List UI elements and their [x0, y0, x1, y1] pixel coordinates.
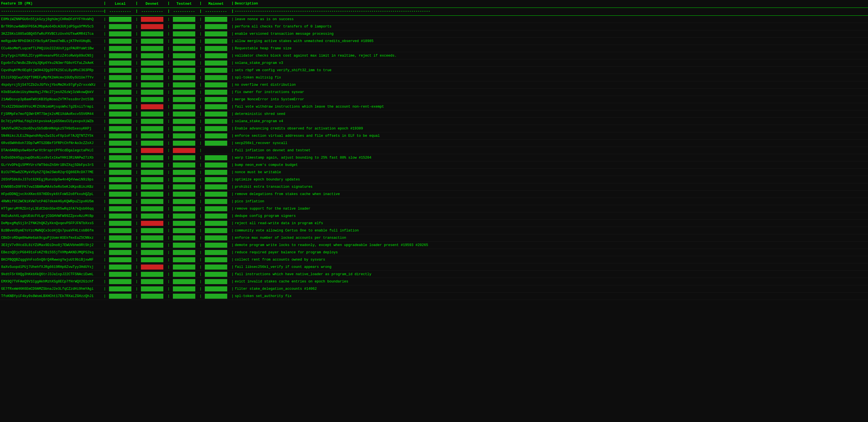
mainnet-col: [200, 191, 231, 197]
feature-id-cell: FjSRMpFe7mofQ3WrEMT7Smjk2sME1XdAoRxcv55V…: [0, 112, 104, 117]
mainnet-col: [200, 177, 231, 183]
feature-id-cell: EVW9B5xD9FFK7vw1SBARwMA4s5eRo5eKJdKpsBik…: [0, 184, 104, 189]
testnet-col: [169, 293, 199, 299]
mainnet-col: [200, 133, 231, 139]
description-cell: community vote allowing Certus One to en…: [232, 228, 868, 233]
status-cell-green: [173, 46, 195, 51]
status-cell-green: [109, 119, 131, 124]
local-col: [105, 199, 135, 205]
table-row: GE7fRxmW46K6EmCD9AMZSbnaJ2e3LfqCZzdHi9hm…: [0, 285, 868, 293]
testnet-col: [169, 147, 199, 154]
devnet-col: [137, 191, 167, 197]
status-cell-green: [109, 294, 131, 299]
divider-devnet: ----------: [137, 9, 167, 14]
devnet-col: [137, 249, 167, 255]
local-col: [105, 89, 135, 95]
testnet-col: [169, 278, 199, 285]
status-cell-green: [109, 250, 131, 255]
divider-mainnet: ----------: [200, 9, 231, 14]
status-cell-green: [109, 141, 131, 146]
feature-id-cell: E8MkiWZNNPGU6n55jkGzyj8ghUmjCHRmDFdYYFYH…: [0, 17, 104, 22]
testnet-col: [169, 96, 199, 102]
local-col: [105, 177, 135, 183]
table-row: 4kpdyrcj5jS47CZb2oJGfVxjYbsMm2Kx97gFyZrx…: [0, 81, 868, 89]
local-col: [105, 24, 135, 30]
feature-id-cell: TfoKNBYyiF4ky9s8WsmLBXHCht17Ek7RXaLZGHzz…: [0, 294, 104, 299]
description-cell: leave nonce as is on success: [232, 17, 868, 22]
status-cell-green: [109, 235, 131, 240]
testnet-col: [169, 60, 199, 66]
testnet-col: [169, 82, 199, 88]
status-cell-green: [141, 126, 163, 131]
feature-id-cell: BzBBveUDymEYoYzcMWNQCx3cd4jQs7puaVFHLtsb…: [0, 228, 104, 233]
description-cell: remove support for the native loader: [232, 206, 868, 211]
table-row: 8kEuAshXLsgkUEdcFVLqrjCGGHVWFW99ZZpxvAzz…: [0, 212, 868, 220]
devnet-col: [137, 213, 167, 219]
status-cell-green: [205, 39, 227, 44]
table-row: 3E3jV7v9Vcd3L8iYZUMax9DiDno8j7EWUVbhm9Rt…: [0, 242, 868, 249]
status-cell-green: [109, 228, 131, 233]
status-cell-green: [205, 272, 227, 277]
table-row: 21AWDosvp3pBamFW91KB35pNoaoZVTM7ess8nr2n…: [0, 96, 868, 103]
testnet-col: [169, 24, 199, 30]
table-body: E8MkiWZNNPGU6n55jkGzyj8ghUmjCHRmDFdYYFYH…: [0, 16, 868, 300]
description-cell: solana_stake_program v3: [232, 61, 868, 66]
status-cell-green: [141, 279, 163, 284]
mainnet-col: [200, 249, 231, 255]
status-cell-green: [205, 97, 227, 102]
status-cell-green: [109, 155, 131, 160]
status-cell-green: [109, 192, 131, 197]
local-col: [105, 278, 135, 285]
status-cell-green: [205, 170, 227, 175]
status-cell-green: [205, 265, 227, 270]
status-cell-green: [141, 39, 163, 44]
testnet-col: [169, 184, 199, 190]
status-cell-green: [141, 46, 163, 51]
testnet-col: [169, 271, 199, 277]
mainnet-col: [200, 147, 231, 154]
status-cell-green: [173, 141, 195, 146]
status-cell-green: [141, 170, 163, 175]
mainnet-col: [200, 257, 231, 263]
description-cell: reject all read-write data in program el…: [232, 221, 868, 226]
status-cell-green: [205, 119, 227, 124]
feature-id-cell: HFpdDDNQjvcXnXKec697HDDsyk6tFoWS2o8fkxuh…: [0, 192, 104, 197]
table-row: 9kdtFSrXHQg3hKkbXkQ6trJ3Ja1xpJ22CTFSNAci…: [0, 271, 868, 278]
status-cell-green: [205, 61, 227, 66]
status-cell-green: [205, 257, 227, 262]
devnet-col: [137, 242, 167, 248]
status-cell-green: [173, 97, 195, 102]
status-cell-green: [205, 46, 227, 51]
local-col: [105, 286, 135, 292]
status-cell-green: [173, 31, 195, 36]
status-cell-green: [109, 31, 131, 36]
devnet-col: [137, 67, 167, 73]
status-cell-green: [141, 184, 163, 189]
mainnet-col: [200, 286, 231, 292]
feature-id-cell: DeMpxgMq51j3rZfNK2hQKZyXknQvqevPSFPJFNTb…: [0, 221, 104, 226]
testnet-col: [169, 162, 199, 168]
description-cell: solana_stake_program v4: [232, 119, 868, 124]
status-cell-green: [173, 192, 195, 197]
mainnet-col: [200, 96, 231, 102]
status-cell-red: [141, 17, 163, 22]
testnet-col: [169, 177, 199, 183]
status-cell-red: [141, 24, 163, 29]
status-cell-green: [173, 221, 195, 226]
status-cell-green: [205, 75, 227, 80]
feature-id-cell: BKCPBQQBZqggVnFso5nQ8rQ4RwwogYwjuUt9biBj…: [0, 257, 104, 262]
devnet-col: [137, 111, 167, 117]
table-row: FjSRMpFe7mofQ3WrEMT7Smjk2sME1XdAoRxcv55V…: [0, 111, 868, 118]
status-cell-green: [173, 294, 195, 299]
status-cell-green: [205, 294, 227, 299]
status-cell-green: [173, 162, 195, 168]
status-cell-green: [141, 133, 163, 139]
status-cell-green: [205, 228, 227, 233]
mainnet-col: [200, 162, 231, 168]
status-cell-green: [109, 126, 131, 131]
local-col: [105, 155, 135, 161]
status-cell-green: [109, 221, 131, 226]
local-col: [105, 118, 135, 124]
devnet-col: [137, 155, 167, 161]
status-cell-green: [109, 75, 131, 80]
